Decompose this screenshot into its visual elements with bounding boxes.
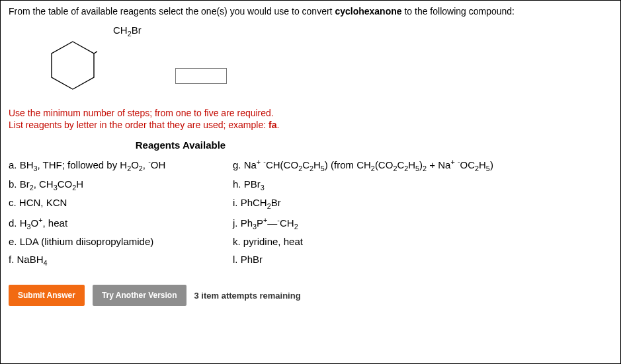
reagent-a: a. BH3, THF; followed by H2O2, -OH: [9, 157, 230, 174]
instruction-line-2-suffix: .: [276, 120, 279, 130]
reagent-h: h. PBr3: [233, 178, 612, 193]
instruction-line-1: Use the minimum number of steps; from on…: [9, 108, 612, 118]
answer-input[interactable]: [175, 68, 227, 84]
question-text: From the table of available reagents sel…: [9, 6, 612, 17]
reagent-f: f. NaBH4: [9, 253, 230, 268]
reagent-c: c. HCN, KCN: [9, 196, 230, 211]
try-another-version-button[interactable]: Try Another Version: [93, 285, 186, 306]
reagent-k: k. pyridine, heat: [233, 235, 612, 248]
cyclohexane-hexagon-icon: [48, 39, 97, 92]
reagent-b: b. Br2, CH3CO2H: [9, 178, 230, 193]
reagent-e: e. LDA (lithium diisopropylamide): [9, 235, 230, 248]
svg-line-1: [94, 42, 97, 54]
instruction-line-2-prefix: List reagents by letter in the order tha…: [9, 120, 269, 130]
button-row: Submit Answer Try Another Version 3 item…: [9, 285, 612, 306]
reagent-g: g. Na+ -CH(CO2C2H5) (from CH2(CO2C2H5)2 …: [233, 157, 612, 174]
reagent-d: d. H3O+, heat: [9, 215, 230, 232]
attempts-remaining: 3 item attempts remaining: [194, 291, 301, 301]
question-compound: cyclohexanone: [335, 6, 401, 17]
instruction-example: fa: [269, 120, 276, 130]
submit-answer-button[interactable]: Submit Answer: [9, 285, 85, 306]
reagent-l: l. PhBr: [233, 253, 612, 268]
reagent-j: j. Ph3P+—-CH2: [233, 215, 612, 232]
reagents-header: Reagents Available: [9, 139, 352, 151]
reagent-table: a. BH3, THF; followed by H2O2, -OH g. Na…: [9, 157, 612, 268]
question-prefix: From the table of available reagents sel…: [9, 6, 335, 17]
question-suffix: to the following compound:: [402, 6, 515, 17]
question-frame: From the table of available reagents sel…: [0, 0, 621, 364]
reagent-i: i. PhCH2Br: [233, 196, 612, 211]
substituent-label: CH2Br: [113, 24, 142, 38]
structure-area: CH2Br: [9, 20, 612, 100]
instruction-line-2: List reagents by letter in the order tha…: [9, 120, 612, 130]
svg-marker-0: [52, 42, 94, 89]
